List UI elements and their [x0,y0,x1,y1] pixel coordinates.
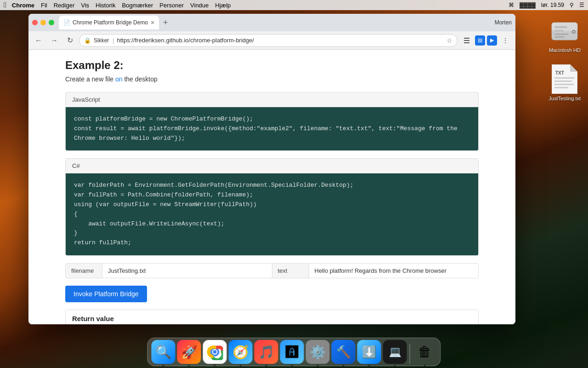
cs-code-header: C# [66,159,478,173]
cast-icon-btn[interactable]: ⋮ [499,34,512,47]
menubar-bogmaerker[interactable]: Bogmærker [122,2,153,9]
macintosh-hd-label: Macintosh HD [549,47,581,53]
example-desc: Create a new file on the desktop [65,75,479,83]
menubar-historik[interactable]: Historik [96,2,115,9]
macintosh-hd-icon[interactable]: Macintosh HD [549,16,581,53]
window-maximize-button[interactable] [49,20,54,25]
menubar-vis[interactable]: Vis [81,2,89,9]
refresh-button[interactable]: ↻ [63,34,76,47]
text-input[interactable] [309,264,479,278]
window-close-button[interactable] [32,20,38,25]
cs-code-block: var folderPath = Environment.GetFolderPa… [66,173,478,255]
svg-rect-15 [464,38,469,39]
tab-title: Chrome Platform Bridge Demo [73,19,148,26]
svg-rect-7 [554,36,565,38]
svg-rect-12 [554,84,574,85]
window-controls [32,20,54,25]
cs-code-block-wrapper: C# var folderPath = Environment.GetFolde… [65,158,479,256]
svg-rect-11 [554,80,572,82]
appstore-icon: 🅰 [286,345,299,360]
list-icon[interactable]: ☰ [579,2,584,8]
txt-file-icon[interactable]: TXT JustTesting.txt [548,64,581,101]
chrome-tab-active[interactable]: 📄 Chrome Platform Bridge Demo × [59,16,159,29]
tab-close-button[interactable]: × [151,19,154,26]
window-minimize-button[interactable] [40,20,46,25]
back-button[interactable]: ← [32,34,45,47]
search-icon[interactable]: ⚲ [570,2,574,8]
forward-button[interactable]: → [48,34,61,47]
svg-point-21 [213,350,217,354]
chrome-toolbar: ← → ↻ 🔒 Sikker | https://frederiksen.git… [28,31,515,50]
menubar-right: ⌘ ▓▓▓▓ lør. 19.59 ⚲ ☰ [509,2,584,8]
menubar-fil[interactable]: Fil [41,2,47,9]
trash-icon: 🗑 [418,344,432,360]
txt-file-svg-image: TXT [552,64,577,94]
chrome-window: 📄 Chrome Platform Bridge Demo × + Morten… [28,14,515,324]
profile-icon: ▶ [490,37,494,43]
chrome-ext-btn[interactable]: ▤ [475,35,485,46]
on-link[interactable]: on [115,75,123,83]
return-value-header: Return value [66,310,478,324]
dock-trash[interactable]: 🗑 [413,340,437,364]
text-label: text [272,264,309,278]
apple-menu-icon[interactable]:  [4,1,6,9]
toolbar-right-icons: ▤ ▶ ⋮ [460,34,512,47]
systemprefs-icon: ⚙️ [310,345,326,360]
wifi-icon: ⌘ [509,2,514,8]
return-value-box: Return value /Users/mortenfrederiksen/De… [65,310,479,324]
dock: 🔍 🚀 🧭 🎵 🅰 ⚙️ 🔨 ⬇️ 💻 [147,338,441,366]
svg-rect-17 [464,42,469,43]
dock-chrome[interactable] [203,340,227,364]
invoke-platform-bridge-button[interactable]: Invoke Platform Bridge [65,286,147,302]
dock-systemprefs[interactable]: ⚙️ [306,340,330,364]
terminal-icon: 💻 [389,346,401,358]
chrome-content: Example 2: Create a new file on the desk… [28,50,515,324]
dock-terminal[interactable]: 💻 [383,340,407,364]
dock-finder[interactable]: 🔍 [152,340,175,364]
menubar-time: lør. 19.59 [541,2,564,8]
txt-file-label: JustTesting.txt [548,96,581,101]
dock-downloads[interactable]: ⬇️ [357,340,381,364]
tab-placeholder [175,16,203,29]
chrome-profile-btn[interactable]: ▶ [487,35,497,46]
dock-appstore[interactable]: 🅰 [280,340,304,364]
launchpad-icon: 🚀 [181,345,197,360]
svg-point-3 [573,31,575,33]
menubar:  Chrome Fil Rediger Vis Historik Bogmær… [0,0,588,10]
chrome-menu-btn1[interactable] [460,34,473,47]
ext-icon: ▤ [478,37,482,43]
hdd-svg-image [550,16,579,46]
svg-rect-4 [554,26,567,28]
lock-icon: 🔒 [84,37,91,44]
menubar-hjaelp[interactable]: Hjælp [215,2,231,9]
dock-safari[interactable]: 🧭 [229,340,253,364]
chrome-icon [207,344,223,360]
filename-input[interactable] [102,264,272,278]
address-separator: | [113,37,114,44]
battery-icon: ▓▓▓▓ [520,2,536,8]
address-bar-icons: ☆ [447,37,452,44]
svg-rect-13 [554,87,568,88]
menubar-personer[interactable]: Personer [159,2,184,9]
menubar-rediger[interactable]: Rediger [54,2,75,9]
js-code-block: const platformBridge = new ChromePlatfor… [66,107,478,150]
bookmark-star-icon[interactable]: ☆ [447,37,452,44]
filename-label: filename [66,264,102,278]
address-bar[interactable]: 🔒 Sikker | https://frederiksen.github.io… [79,34,458,47]
address-url[interactable]: https://frederiksen.github.io/chrome-pla… [117,37,444,44]
chrome-user: Morten [495,19,512,26]
menubar-vindue[interactable]: Vindue [190,2,209,9]
tab-favicon: 📄 [63,19,70,26]
js-code-block-wrapper: JavaScript const platformBridge = new Ch… [65,92,479,151]
secure-label: Sikker [94,37,109,44]
dock-music[interactable]: 🎵 [254,340,278,364]
dock-xcode[interactable]: 🔨 [332,340,356,364]
dock-launchpad[interactable]: 🚀 [177,340,201,364]
new-tab-button[interactable]: + [159,16,172,29]
example-title: Example 2: [65,59,479,72]
menubar-chrome[interactable]: Chrome [12,2,34,9]
dock-divider [410,344,410,364]
downloads-icon: ⬇️ [362,345,377,359]
svg-rect-5 [554,30,564,31]
svg-rect-6 [554,34,568,35]
